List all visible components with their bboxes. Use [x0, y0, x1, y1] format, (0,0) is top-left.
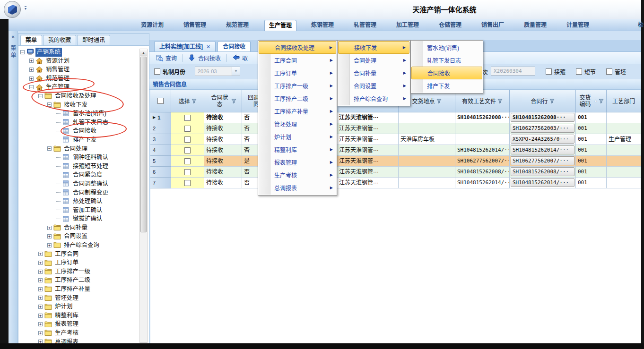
batch-input[interactable] — [491, 67, 535, 76]
column-header[interactable]: 交货编码▲ — [576, 90, 607, 112]
tree-expander-icon[interactable]: + — [29, 59, 34, 63]
tree-expander-icon[interactable]: − — [47, 102, 52, 107]
tree-expander-icon[interactable]: + — [38, 261, 43, 265]
tree-item[interactable]: 合同接收 — [18, 127, 139, 136]
row-number[interactable]: ▶1 — [150, 112, 171, 123]
contract-line-button[interactable]: SH106277562003/··· — [511, 124, 574, 133]
tree-expander-icon[interactable]: + — [38, 252, 43, 256]
sidebar-tab[interactable]: 菜单 — [20, 35, 42, 45]
menu-item[interactable]: 轧管下发日志 — [411, 54, 482, 67]
column-header[interactable]: 选择 — [171, 90, 204, 112]
row-checkbox[interactable] — [184, 158, 191, 164]
row-number[interactable]: 3 — [150, 134, 171, 145]
tree-expander-icon[interactable]: − — [38, 94, 43, 98]
menu-item[interactable]: 报表管理▶ — [259, 156, 336, 169]
row-checkbox[interactable] — [184, 136, 191, 143]
menu-item[interactable]: 管坯处理▶ — [259, 118, 336, 130]
row-number[interactable]: 4 — [150, 145, 171, 156]
menu-item[interactable]: 合同接收 — [411, 67, 482, 79]
workspace-tab[interactable]: 合同接收 — [218, 41, 251, 51]
tree-expander-icon[interactable]: + — [38, 296, 43, 300]
menubar-item[interactable]: 销售管理 — [179, 20, 210, 31]
checkbox-icon[interactable] — [546, 68, 552, 75]
tree-expander-icon[interactable]: + — [38, 278, 43, 282]
tree-item[interactable]: 镦拔扩确认 — [18, 214, 139, 223]
contract-line-button[interactable]: SH106277562007/··· — [511, 156, 574, 165]
menu-item[interactable]: 工序排产一级▶ — [259, 79, 336, 92]
row-checkbox[interactable] — [184, 147, 191, 153]
collapse-panel-icon[interactable]: « — [9, 34, 17, 39]
row-number[interactable]: 2 — [150, 123, 171, 134]
tree-item[interactable]: 合同调整确认 — [18, 179, 139, 188]
tree-item[interactable]: +工序合同 — [18, 250, 139, 259]
row-checkbox[interactable] — [184, 169, 191, 175]
row-checkbox[interactable] — [184, 115, 191, 121]
tree-expander-icon[interactable]: + — [38, 314, 43, 318]
row-number[interactable]: 7 — [150, 178, 171, 188]
tree-item[interactable]: +总调报表 — [18, 338, 139, 344]
tree-item[interactable]: +报表管理 — [18, 320, 139, 329]
checkbox-icon[interactable] — [576, 68, 582, 75]
tree-expander-icon[interactable]: + — [47, 234, 52, 238]
filter-checkbox[interactable]: 短节 — [576, 68, 596, 76]
column-header[interactable]: 工艺部门 — [607, 90, 641, 112]
menubar-item[interactable]: 轧管管理 — [349, 20, 381, 31]
row-checkbox[interactable] — [184, 180, 191, 186]
tree-item[interactable]: 合同制程变更 — [18, 188, 139, 197]
menubar-item[interactable]: 规范管理 — [222, 20, 253, 31]
filter-icon[interactable] — [549, 99, 555, 103]
menubar-item[interactable]: 计量管理 — [562, 20, 593, 31]
menu-item[interactable]: 排产综合查询▶ — [338, 92, 409, 105]
tree-item[interactable]: 管加工确认 — [18, 206, 139, 215]
tree-expander-icon[interactable]: − — [20, 50, 25, 54]
toolbar-button[interactable]: 合同接收 — [187, 53, 223, 62]
tree-item[interactable]: −合同处理 — [18, 145, 139, 153]
menu-item[interactable]: 合同处理▶ — [338, 54, 409, 67]
menubar-item[interactable]: 炼钢管理 — [307, 20, 338, 31]
contract-line-button[interactable]: SH104815262014/··· — [511, 145, 574, 154]
scrollbar-thumb[interactable] — [140, 57, 147, 232]
tree-expander-icon[interactable]: + — [47, 226, 52, 230]
roll-month-checkbox[interactable] — [154, 68, 160, 75]
tree-item[interactable]: +合同设置 — [18, 232, 139, 241]
roll-month-select[interactable]: 2026-03 ▼ — [195, 67, 240, 76]
tree-item[interactable]: +排产综合查询 — [18, 241, 139, 250]
tree-item[interactable]: +销售管理 — [18, 65, 139, 74]
menu-item[interactable]: 排产下发 — [411, 79, 482, 92]
tree-expander-icon[interactable]: + — [38, 287, 43, 291]
tree-item[interactable]: +工序订单 — [18, 258, 139, 267]
menu-item[interactable]: 合同设置▶ — [338, 79, 409, 92]
tree-item[interactable]: +工序排产补量 — [18, 285, 139, 294]
menubar-item[interactable]: 资源计划 — [137, 20, 168, 31]
tree-item[interactable]: +规范管理 — [18, 74, 139, 83]
column-header[interactable] — [150, 90, 171, 112]
tree-item[interactable]: +管坯处理 — [18, 294, 139, 303]
quick-access-caret-icon[interactable]: ▾ — [25, 6, 26, 10]
tree-item[interactable]: −生产管理 — [18, 83, 139, 92]
toolbar-button[interactable]: 取 — [231, 53, 250, 62]
filter-checkbox[interactable]: 管坯 — [606, 68, 626, 76]
tree-expander-icon[interactable]: + — [38, 305, 43, 309]
tree-item[interactable]: −接收下发 — [18, 101, 139, 110]
tree-expander-icon[interactable]: + — [38, 322, 43, 326]
tree-item[interactable]: 蓄水池(销售) — [18, 109, 139, 118]
tree-expander-icon[interactable]: + — [38, 270, 43, 274]
chevron-down-icon[interactable]: ▼ — [232, 67, 240, 76]
menu-item[interactable]: 生产考核▶ — [259, 169, 336, 181]
menu-item[interactable]: 工序订单▶ — [259, 67, 336, 79]
tree-expander-icon[interactable]: − — [29, 85, 34, 89]
tree-item[interactable]: 钢种坯料确认 — [18, 153, 139, 162]
filter-icon[interactable] — [191, 99, 197, 103]
toolbar-button[interactable]: 查询 — [154, 53, 179, 62]
menu-item[interactable]: 蓄水池(销售) — [411, 41, 482, 54]
filter-icon[interactable] — [599, 99, 604, 103]
scroll-up-icon[interactable]: ▲ — [140, 49, 147, 56]
checkbox-icon[interactable] — [606, 68, 612, 75]
select-all-checkbox[interactable] — [157, 98, 164, 104]
menu-item[interactable]: 合同接收及处理▶ — [259, 41, 336, 54]
tree-item[interactable]: 排产下发 — [18, 136, 139, 145]
menu-item[interactable]: 工序排产补量▶ — [259, 105, 336, 118]
tab-close-icon[interactable]: ✕ — [206, 42, 210, 51]
tree-item[interactable]: +工序排产二级 — [18, 276, 139, 285]
menu-item[interactable]: 总调报表▶ — [259, 181, 336, 194]
